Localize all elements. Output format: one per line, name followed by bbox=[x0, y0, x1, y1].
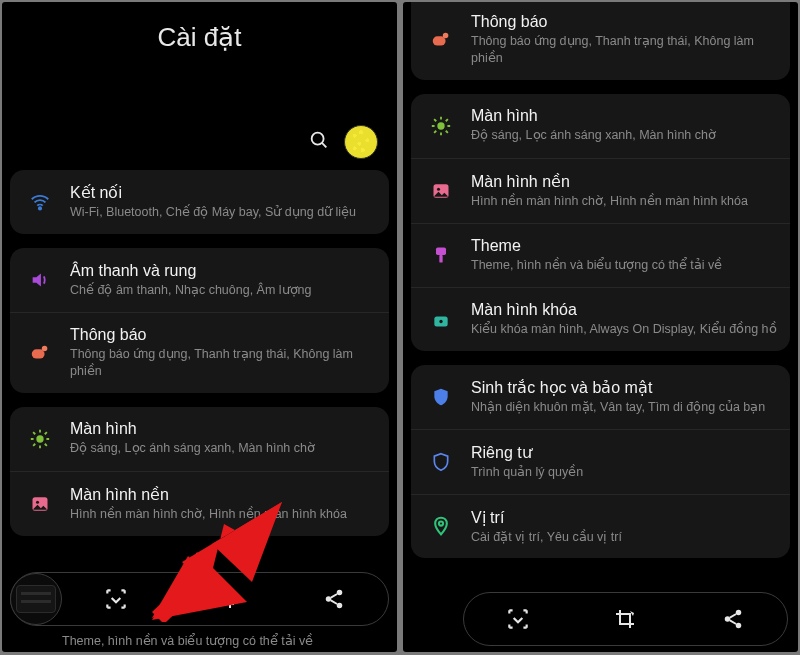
svg-point-36 bbox=[437, 188, 440, 191]
settings-item-connections[interactable]: Kết nối Wi-Fi, Bluetooth, Chế độ Máy bay… bbox=[10, 170, 389, 234]
page-title: Cài đặt bbox=[7, 2, 392, 122]
item-subtitle: Độ sáng, Lọc ánh sáng xanh, Màn hình chờ bbox=[70, 440, 379, 457]
settings-item-lockscreen[interactable]: Màn hình khóa Kiểu khóa màn hình, Always… bbox=[411, 287, 790, 351]
svg-line-33 bbox=[434, 131, 436, 133]
crop-edit-icon[interactable] bbox=[601, 607, 649, 631]
settings-item-theme[interactable]: Theme Theme, hình nền và biểu tượng có t… bbox=[411, 223, 790, 287]
item-title: Màn hình nền bbox=[471, 172, 780, 191]
settings-item-notifications[interactable]: Thông báo Thông báo ứng dụng, Thanh trạn… bbox=[10, 312, 389, 393]
image-icon bbox=[24, 494, 56, 514]
settings-item-sound[interactable]: Âm thanh và rung Chế độ âm thanh, Nhạc c… bbox=[10, 248, 389, 312]
settings-item-display[interactable]: Màn hình Độ sáng, Lọc ánh sáng xanh, Màn… bbox=[411, 94, 790, 158]
svg-line-1 bbox=[322, 143, 326, 147]
item-title: Sinh trắc học và bảo mật bbox=[471, 378, 780, 397]
item-subtitle: Theme, hình nền và biểu tượng có thể tải… bbox=[471, 257, 780, 274]
item-title: Âm thanh và rung bbox=[70, 262, 379, 280]
svg-point-16 bbox=[336, 590, 342, 596]
svg-rect-24 bbox=[433, 36, 446, 45]
settings-section: Kết nối Wi-Fi, Bluetooth, Chế độ Máy bay… bbox=[10, 170, 389, 234]
share-icon[interactable] bbox=[310, 586, 358, 612]
item-subtitle: Thông báo ứng dụng, Thanh trạng thái, Kh… bbox=[471, 33, 780, 67]
sun-icon bbox=[425, 115, 457, 137]
image-icon bbox=[425, 181, 457, 201]
screenshot-toolbar bbox=[10, 572, 389, 626]
peeking-text: Theme, hình nền và biểu tượng có thể tải… bbox=[14, 633, 385, 648]
account-avatar[interactable] bbox=[344, 125, 378, 159]
search-icon[interactable] bbox=[308, 129, 330, 155]
svg-point-25 bbox=[443, 33, 449, 39]
svg-line-31 bbox=[434, 119, 436, 121]
svg-line-11 bbox=[45, 444, 47, 446]
svg-point-43 bbox=[725, 616, 731, 622]
svg-point-5 bbox=[36, 435, 43, 442]
settings-item-biometrics[interactable]: Sinh trắc học và bảo mật Nhận diện khuôn… bbox=[411, 365, 790, 429]
svg-line-32 bbox=[446, 131, 448, 133]
item-title: Theme bbox=[471, 237, 780, 255]
svg-point-40 bbox=[439, 320, 442, 323]
settings-item-display[interactable]: Màn hình Độ sáng, Lọc ánh sáng xanh, Màn… bbox=[10, 407, 389, 471]
item-subtitle: Nhận diện khuôn mặt, Vân tay, Tìm di độn… bbox=[471, 399, 780, 416]
sun-icon bbox=[24, 428, 56, 450]
item-title: Thông báo bbox=[471, 13, 780, 31]
scroll-capture-icon[interactable] bbox=[494, 606, 542, 632]
settings-item-notifications[interactable]: Thông báo Thông báo ứng dụng, Thanh trạn… bbox=[411, 2, 790, 80]
svg-line-13 bbox=[45, 432, 47, 434]
svg-point-18 bbox=[336, 603, 342, 609]
item-subtitle: Độ sáng, Lọc ánh sáng xanh, Màn hình chờ bbox=[471, 127, 780, 144]
svg-point-17 bbox=[325, 596, 331, 602]
share-icon[interactable] bbox=[709, 608, 757, 630]
svg-point-0 bbox=[312, 133, 324, 145]
pin-icon bbox=[425, 515, 457, 537]
item-title: Thông báo bbox=[70, 326, 379, 344]
item-title: Kết nối bbox=[70, 183, 379, 202]
svg-point-42 bbox=[736, 610, 742, 616]
bell-icon bbox=[24, 342, 56, 364]
wifi-icon bbox=[24, 191, 56, 213]
item-title: Màn hình nền bbox=[70, 485, 379, 504]
item-subtitle: Hình nền màn hình chờ, Hình nền màn hình… bbox=[70, 506, 379, 523]
settings-item-wallpaper[interactable]: Màn hình nền Hình nền màn hình chờ, Hình… bbox=[411, 158, 790, 223]
item-title: Màn hình bbox=[70, 420, 379, 438]
svg-point-15 bbox=[36, 501, 39, 504]
svg-point-44 bbox=[736, 623, 742, 629]
bell-icon bbox=[425, 29, 457, 51]
svg-point-41 bbox=[439, 522, 443, 526]
item-subtitle: Thông báo ứng dụng, Thanh trạng thái, Kh… bbox=[70, 346, 379, 380]
settings-item-privacy[interactable]: Riêng tư Trình quản lý quyền bbox=[411, 429, 790, 494]
settings-section: Màn hình Độ sáng, Lọc ánh sáng xanh, Màn… bbox=[411, 94, 790, 351]
item-subtitle: Chế độ âm thanh, Nhạc chuông, Âm lượng bbox=[70, 282, 379, 299]
item-subtitle: Cài đặt vị trí, Yêu cầu vị trí bbox=[471, 529, 780, 546]
lock-icon bbox=[425, 309, 457, 329]
svg-point-26 bbox=[437, 122, 444, 129]
svg-line-10 bbox=[33, 432, 35, 434]
svg-point-2 bbox=[39, 207, 41, 209]
item-subtitle: Hình nền màn hình chờ, Hình nền màn hình… bbox=[471, 193, 780, 210]
brush-icon bbox=[425, 244, 457, 266]
item-subtitle: Kiểu khóa màn hình, Always On Display, K… bbox=[471, 321, 780, 338]
item-title: Màn hình bbox=[471, 107, 780, 125]
svg-point-4 bbox=[42, 346, 48, 352]
svg-rect-38 bbox=[439, 255, 442, 263]
settings-item-location[interactable]: Vị trí Cài đặt vị trí, Yêu cầu vị trí bbox=[411, 494, 790, 559]
settings-item-wallpaper[interactable]: Màn hình nền Hình nền màn hình chờ, Hình… bbox=[10, 471, 389, 536]
screenshot-toolbar bbox=[463, 592, 788, 646]
item-subtitle: Trình quản lý quyền bbox=[471, 464, 780, 481]
svg-line-34 bbox=[446, 119, 448, 121]
settings-section: Sinh trắc học và bảo mật Nhận diện khuôn… bbox=[411, 365, 790, 559]
settings-section: Thông báo Thông báo ứng dụng, Thanh trạn… bbox=[411, 2, 790, 80]
item-title: Màn hình khóa bbox=[471, 301, 780, 319]
scroll-capture-icon[interactable] bbox=[92, 586, 140, 612]
item-title: Vị trí bbox=[471, 508, 780, 527]
shield-icon bbox=[425, 386, 457, 408]
shield-outline-icon bbox=[425, 451, 457, 473]
settings-section: Âm thanh và rung Chế độ âm thanh, Nhạc c… bbox=[10, 248, 389, 393]
svg-rect-3 bbox=[32, 349, 45, 358]
item-title: Riêng tư bbox=[471, 443, 780, 462]
settings-screen-right: Thông báo Thông báo ứng dụng, Thanh trạn… bbox=[403, 2, 798, 652]
crop-edit-icon[interactable] bbox=[201, 586, 249, 612]
sound-icon bbox=[24, 269, 56, 291]
svg-rect-37 bbox=[436, 248, 446, 256]
screenshot-thumbnail[interactable] bbox=[10, 573, 62, 625]
item-subtitle: Wi-Fi, Bluetooth, Chế độ Máy bay, Sử dụn… bbox=[70, 204, 379, 221]
settings-section: Màn hình Độ sáng, Lọc ánh sáng xanh, Màn… bbox=[10, 407, 389, 536]
